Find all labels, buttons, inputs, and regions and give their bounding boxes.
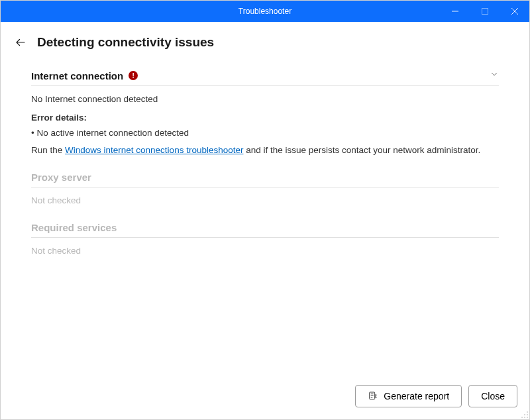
close-button[interactable]: Close	[468, 385, 517, 407]
report-icon	[368, 391, 378, 401]
generate-report-label: Generate report	[384, 391, 449, 401]
section-title-proxy: Proxy server	[31, 172, 91, 183]
section-header-internet[interactable]: Internet connection !	[31, 70, 499, 86]
svg-point-11	[527, 417, 528, 418]
section-body-services: Not checked	[31, 238, 499, 258]
footer: Generate report Close	[1, 374, 529, 419]
svg-rect-1	[482, 9, 488, 15]
maximize-button[interactable]	[470, 1, 500, 22]
content-area: Internet connection ! No Internet connec…	[1, 56, 529, 374]
section-body-proxy: Not checked	[31, 187, 499, 207]
advice-prefix: Run the	[31, 145, 65, 155]
maximize-icon	[482, 8, 488, 15]
svg-point-8	[527, 411, 528, 413]
generate-report-button[interactable]: Generate report	[355, 385, 462, 407]
troubleshooter-link[interactable]: Windows internet connections troubleshoo…	[65, 145, 243, 155]
close-label: Close	[481, 391, 505, 401]
error-details-label: Error details:	[31, 111, 499, 125]
internet-status-text: No Internet connection detected	[31, 93, 499, 106]
section-required-services: Required services Not checked	[31, 222, 499, 258]
error-icon: !	[129, 71, 138, 80]
back-button[interactable]	[14, 36, 27, 49]
section-title-internet: Internet connection	[31, 70, 123, 81]
close-window-button[interactable]	[500, 1, 529, 22]
proxy-status-text: Not checked	[31, 194, 499, 207]
svg-point-13	[521, 417, 523, 418]
advice-text: Run the Windows internet connections tro…	[31, 144, 499, 157]
section-proxy-server: Proxy server Not checked	[31, 172, 499, 207]
page-title: Detecting connectivity issues	[37, 35, 214, 50]
advice-suffix: and if the issue persists contact your n…	[243, 145, 480, 155]
minimize-button[interactable]	[440, 1, 470, 22]
arrow-left-icon	[15, 36, 26, 48]
error-detail-bullet: • No active internet connection detected	[31, 127, 499, 140]
window-controls	[440, 1, 529, 22]
services-status-text: Not checked	[31, 244, 499, 258]
svg-point-10	[524, 414, 525, 415]
svg-point-9	[527, 414, 528, 415]
resize-grip-icon[interactable]	[521, 411, 529, 419]
window-title: Troubleshooter	[90, 7, 440, 16]
chevron-down-icon	[490, 70, 499, 81]
section-header-services[interactable]: Required services	[31, 222, 499, 238]
section-header-proxy[interactable]: Proxy server	[31, 172, 499, 187]
page-header: Detecting connectivity issues	[1, 22, 529, 56]
close-icon	[511, 8, 518, 15]
titlebar: Troubleshooter	[1, 1, 529, 22]
section-body-internet: No Internet connection detected Error de…	[31, 86, 499, 157]
section-internet-connection: Internet connection ! No Internet connec…	[31, 70, 499, 157]
section-title-services: Required services	[31, 222, 117, 233]
svg-point-12	[524, 417, 525, 418]
minimize-icon	[452, 8, 458, 15]
